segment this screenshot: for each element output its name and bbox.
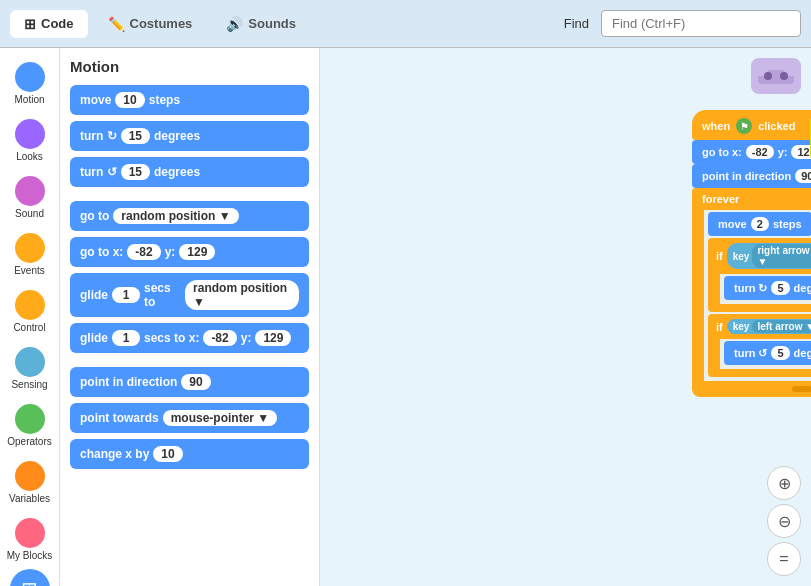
sidebar-item-label-myblocks: My Blocks bbox=[7, 550, 53, 561]
find-label: Find bbox=[558, 16, 595, 31]
block-when-flag-clicked[interactable]: when ⚑ clicked bbox=[692, 110, 811, 140]
events-icon bbox=[15, 233, 45, 263]
block-if-right: if key right arrow ▼ pressed? then bbox=[708, 238, 811, 312]
block-move[interactable]: move 10 steps bbox=[70, 85, 309, 115]
block-goto-random[interactable]: go to random position ▼ bbox=[70, 201, 309, 231]
tab-costumes-label: Costumes bbox=[130, 16, 193, 31]
blocks-panel-title: Motion bbox=[70, 58, 309, 75]
svg-point-3 bbox=[764, 72, 772, 80]
main-layout: Motion Looks Sound Events Control Sensin… bbox=[0, 48, 811, 586]
sidebar: Motion Looks Sound Events Control Sensin… bbox=[0, 48, 60, 586]
sidebar-item-sound[interactable]: Sound bbox=[3, 170, 57, 225]
block-glide-xy[interactable]: glide 1 secs to x: -82 y: 129 bbox=[70, 323, 309, 353]
sidebar-item-operators[interactable]: Operators bbox=[3, 398, 57, 453]
variables-icon bbox=[15, 461, 45, 491]
block-turn-cw-5[interactable]: turn ↻ 5 degrees bbox=[724, 276, 811, 300]
block-glide-random[interactable]: glide 1 secs to random position ▼ bbox=[70, 273, 309, 317]
sidebar-item-sensing[interactable]: Sensing bbox=[3, 341, 57, 396]
block-turn-ccw[interactable]: turn ↺ 15 degrees bbox=[70, 157, 309, 187]
zoom-controls: ⊕ ⊖ = bbox=[767, 466, 801, 576]
sidebar-item-label-variables: Variables bbox=[9, 493, 50, 504]
canvas-area[interactable]: when ⚑ clicked go to x: -82 y: 129 point… bbox=[320, 48, 811, 586]
tab-sounds-label: Sounds bbox=[248, 16, 296, 31]
block-canvas-goto-xy[interactable]: go to x: -82 y: 129 bbox=[692, 140, 811, 164]
top-bar: ⊞ Code ✏️ Costumes 🔊 Sounds Find bbox=[0, 0, 811, 48]
sound-icon bbox=[15, 176, 45, 206]
tab-sounds[interactable]: 🔊 Sounds bbox=[212, 10, 310, 38]
block-change-x[interactable]: change x by 10 bbox=[70, 439, 309, 469]
sidebar-item-myblocks[interactable]: My Blocks bbox=[3, 512, 57, 567]
zoom-in-button[interactable]: ⊕ bbox=[767, 466, 801, 500]
tab-costumes[interactable]: ✏️ Costumes bbox=[94, 10, 207, 38]
looks-icon bbox=[15, 119, 45, 149]
tab-code[interactable]: ⊞ Code bbox=[10, 10, 88, 38]
flag-icon: ⚑ bbox=[736, 118, 752, 134]
sidebar-item-label-sound: Sound bbox=[15, 208, 44, 219]
sidebar-item-label-events: Events bbox=[14, 265, 45, 276]
svg-point-4 bbox=[780, 72, 788, 80]
sidebar-item-label-motion: Motion bbox=[14, 94, 44, 105]
tab-code-label: Code bbox=[41, 16, 74, 31]
sidebar-item-label-sensing: Sensing bbox=[11, 379, 47, 390]
sidebar-item-looks[interactable]: Looks bbox=[3, 113, 57, 168]
blocks-panel: Motion move 10 steps turn ↻ 15 degrees t… bbox=[60, 48, 320, 586]
operators-icon bbox=[15, 404, 45, 434]
main-script: when ⚑ clicked go to x: -82 y: 129 point… bbox=[692, 110, 811, 397]
block-forever: forever move 2 steps if bbox=[692, 188, 811, 397]
sidebar-item-label-looks: Looks bbox=[16, 151, 43, 162]
block-if-left: if key left arrow ▼ pressed? then bbox=[708, 314, 811, 377]
sidebar-bottom: ⊞ bbox=[10, 569, 50, 586]
sidebar-item-variables[interactable]: Variables bbox=[3, 455, 57, 510]
zoom-reset-button[interactable]: = bbox=[767, 542, 801, 576]
costumes-icon: ✏️ bbox=[108, 16, 125, 32]
sidebar-item-control[interactable]: Control bbox=[3, 284, 57, 339]
block-turn-cw[interactable]: turn ↻ 15 degrees bbox=[70, 121, 309, 151]
code-icon: ⊞ bbox=[24, 16, 36, 32]
block-canvas-move[interactable]: move 2 steps bbox=[708, 212, 811, 236]
myblocks-icon bbox=[15, 518, 45, 548]
sidebar-item-events[interactable]: Events bbox=[3, 227, 57, 282]
block-point-towards[interactable]: point towards mouse-pointer ▼ bbox=[70, 403, 309, 433]
sidebar-item-motion[interactable]: Motion bbox=[3, 56, 57, 111]
motion-icon bbox=[15, 62, 45, 92]
block-point-direction[interactable]: point in direction 90 bbox=[70, 367, 309, 397]
zoom-out-button[interactable]: ⊖ bbox=[767, 504, 801, 538]
block-goto-xy[interactable]: go to x: -82 y: 129 bbox=[70, 237, 309, 267]
sidebar-item-label-operators: Operators bbox=[7, 436, 51, 447]
control-icon bbox=[15, 290, 45, 320]
block-canvas-point-direction[interactable]: point in direction 90 bbox=[692, 164, 811, 188]
block-turn-ccw-5[interactable]: turn ↺ 5 degrees bbox=[724, 341, 811, 365]
sensing-icon bbox=[15, 347, 45, 377]
sounds-icon: 🔊 bbox=[226, 16, 243, 32]
sprite-thumbnail bbox=[751, 58, 801, 94]
sidebar-item-label-control: Control bbox=[13, 322, 45, 333]
add-extension-button[interactable]: ⊞ bbox=[10, 569, 50, 586]
find-input[interactable] bbox=[601, 10, 801, 37]
